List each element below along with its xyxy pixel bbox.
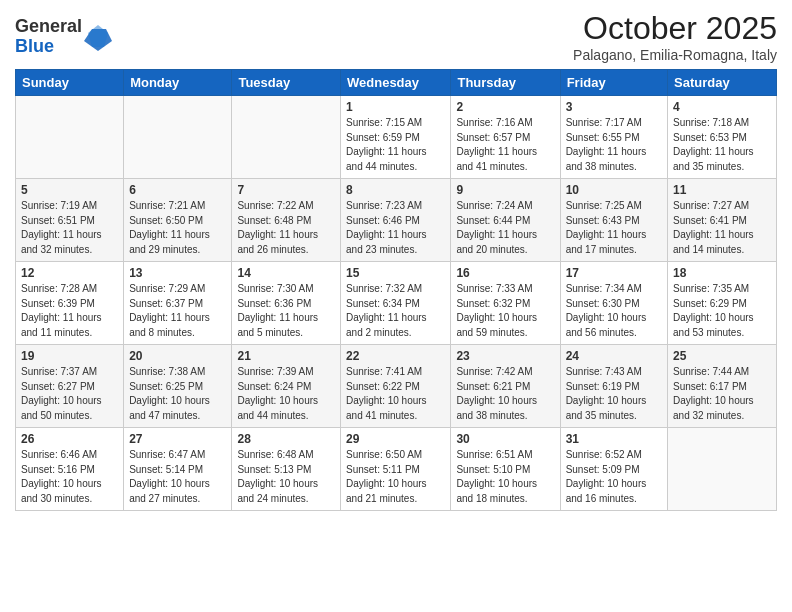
table-row: 11Sunrise: 7:27 AM Sunset: 6:41 PM Dayli… xyxy=(668,179,777,262)
page: General Blue October 2025 Palagano, Emil… xyxy=(0,0,792,612)
table-row: 10Sunrise: 7:25 AM Sunset: 6:43 PM Dayli… xyxy=(560,179,667,262)
calendar-week-row: 5Sunrise: 7:19 AM Sunset: 6:51 PM Daylig… xyxy=(16,179,777,262)
calendar-week-row: 19Sunrise: 7:37 AM Sunset: 6:27 PM Dayli… xyxy=(16,345,777,428)
table-row: 27Sunrise: 6:47 AM Sunset: 5:14 PM Dayli… xyxy=(124,428,232,511)
logo-text: General Blue xyxy=(15,17,82,57)
table-row: 15Sunrise: 7:32 AM Sunset: 6:34 PM Dayli… xyxy=(341,262,451,345)
day-info: Sunrise: 7:34 AM Sunset: 6:30 PM Dayligh… xyxy=(566,282,662,340)
day-number: 8 xyxy=(346,183,445,197)
table-row xyxy=(16,96,124,179)
day-info: Sunrise: 7:35 AM Sunset: 6:29 PM Dayligh… xyxy=(673,282,771,340)
calendar-week-row: 26Sunrise: 6:46 AM Sunset: 5:16 PM Dayli… xyxy=(16,428,777,511)
day-info: Sunrise: 6:46 AM Sunset: 5:16 PM Dayligh… xyxy=(21,448,118,506)
table-row: 6Sunrise: 7:21 AM Sunset: 6:50 PM Daylig… xyxy=(124,179,232,262)
col-thursday: Thursday xyxy=(451,70,560,96)
table-row: 31Sunrise: 6:52 AM Sunset: 5:09 PM Dayli… xyxy=(560,428,667,511)
day-number: 15 xyxy=(346,266,445,280)
table-row: 28Sunrise: 6:48 AM Sunset: 5:13 PM Dayli… xyxy=(232,428,341,511)
table-row: 25Sunrise: 7:44 AM Sunset: 6:17 PM Dayli… xyxy=(668,345,777,428)
table-row: 13Sunrise: 7:29 AM Sunset: 6:37 PM Dayli… xyxy=(124,262,232,345)
col-tuesday: Tuesday xyxy=(232,70,341,96)
day-info: Sunrise: 7:29 AM Sunset: 6:37 PM Dayligh… xyxy=(129,282,226,340)
day-info: Sunrise: 6:52 AM Sunset: 5:09 PM Dayligh… xyxy=(566,448,662,506)
day-number: 5 xyxy=(21,183,118,197)
day-info: Sunrise: 7:30 AM Sunset: 6:36 PM Dayligh… xyxy=(237,282,335,340)
table-row: 9Sunrise: 7:24 AM Sunset: 6:44 PM Daylig… xyxy=(451,179,560,262)
day-info: Sunrise: 7:43 AM Sunset: 6:19 PM Dayligh… xyxy=(566,365,662,423)
day-info: Sunrise: 7:25 AM Sunset: 6:43 PM Dayligh… xyxy=(566,199,662,257)
day-info: Sunrise: 7:33 AM Sunset: 6:32 PM Dayligh… xyxy=(456,282,554,340)
calendar-week-row: 1Sunrise: 7:15 AM Sunset: 6:59 PM Daylig… xyxy=(16,96,777,179)
day-info: Sunrise: 7:15 AM Sunset: 6:59 PM Dayligh… xyxy=(346,116,445,174)
day-number: 2 xyxy=(456,100,554,114)
table-row: 14Sunrise: 7:30 AM Sunset: 6:36 PM Dayli… xyxy=(232,262,341,345)
col-saturday: Saturday xyxy=(668,70,777,96)
table-row: 16Sunrise: 7:33 AM Sunset: 6:32 PM Dayli… xyxy=(451,262,560,345)
table-row xyxy=(668,428,777,511)
day-info: Sunrise: 6:47 AM Sunset: 5:14 PM Dayligh… xyxy=(129,448,226,506)
col-wednesday: Wednesday xyxy=(341,70,451,96)
table-row xyxy=(124,96,232,179)
table-row: 5Sunrise: 7:19 AM Sunset: 6:51 PM Daylig… xyxy=(16,179,124,262)
calendar-week-row: 12Sunrise: 7:28 AM Sunset: 6:39 PM Dayli… xyxy=(16,262,777,345)
day-info: Sunrise: 7:39 AM Sunset: 6:24 PM Dayligh… xyxy=(237,365,335,423)
day-info: Sunrise: 7:28 AM Sunset: 6:39 PM Dayligh… xyxy=(21,282,118,340)
day-info: Sunrise: 7:32 AM Sunset: 6:34 PM Dayligh… xyxy=(346,282,445,340)
day-info: Sunrise: 7:18 AM Sunset: 6:53 PM Dayligh… xyxy=(673,116,771,174)
day-number: 25 xyxy=(673,349,771,363)
day-number: 9 xyxy=(456,183,554,197)
day-info: Sunrise: 7:24 AM Sunset: 6:44 PM Dayligh… xyxy=(456,199,554,257)
day-info: Sunrise: 6:51 AM Sunset: 5:10 PM Dayligh… xyxy=(456,448,554,506)
table-row: 12Sunrise: 7:28 AM Sunset: 6:39 PM Dayli… xyxy=(16,262,124,345)
day-number: 27 xyxy=(129,432,226,446)
day-number: 24 xyxy=(566,349,662,363)
calendar-table: Sunday Monday Tuesday Wednesday Thursday… xyxy=(15,69,777,511)
day-info: Sunrise: 7:17 AM Sunset: 6:55 PM Dayligh… xyxy=(566,116,662,174)
day-number: 14 xyxy=(237,266,335,280)
logo-icon xyxy=(84,23,112,51)
day-number: 30 xyxy=(456,432,554,446)
day-number: 12 xyxy=(21,266,118,280)
logo-blue: Blue xyxy=(15,36,54,56)
day-info: Sunrise: 7:19 AM Sunset: 6:51 PM Dayligh… xyxy=(21,199,118,257)
table-row: 7Sunrise: 7:22 AM Sunset: 6:48 PM Daylig… xyxy=(232,179,341,262)
day-info: Sunrise: 7:21 AM Sunset: 6:50 PM Dayligh… xyxy=(129,199,226,257)
table-row: 4Sunrise: 7:18 AM Sunset: 6:53 PM Daylig… xyxy=(668,96,777,179)
col-friday: Friday xyxy=(560,70,667,96)
table-row: 17Sunrise: 7:34 AM Sunset: 6:30 PM Dayli… xyxy=(560,262,667,345)
day-info: Sunrise: 6:50 AM Sunset: 5:11 PM Dayligh… xyxy=(346,448,445,506)
day-info: Sunrise: 6:48 AM Sunset: 5:13 PM Dayligh… xyxy=(237,448,335,506)
table-row: 8Sunrise: 7:23 AM Sunset: 6:46 PM Daylig… xyxy=(341,179,451,262)
table-row: 24Sunrise: 7:43 AM Sunset: 6:19 PM Dayli… xyxy=(560,345,667,428)
day-info: Sunrise: 7:22 AM Sunset: 6:48 PM Dayligh… xyxy=(237,199,335,257)
location-title: Palagano, Emilia-Romagna, Italy xyxy=(573,47,777,63)
table-row: 18Sunrise: 7:35 AM Sunset: 6:29 PM Dayli… xyxy=(668,262,777,345)
table-row: 29Sunrise: 6:50 AM Sunset: 5:11 PM Dayli… xyxy=(341,428,451,511)
month-title: October 2025 xyxy=(573,10,777,47)
col-sunday: Sunday xyxy=(16,70,124,96)
day-info: Sunrise: 7:38 AM Sunset: 6:25 PM Dayligh… xyxy=(129,365,226,423)
day-info: Sunrise: 7:23 AM Sunset: 6:46 PM Dayligh… xyxy=(346,199,445,257)
day-number: 16 xyxy=(456,266,554,280)
logo: General Blue xyxy=(15,17,112,57)
table-row: 21Sunrise: 7:39 AM Sunset: 6:24 PM Dayli… xyxy=(232,345,341,428)
table-row: 30Sunrise: 6:51 AM Sunset: 5:10 PM Dayli… xyxy=(451,428,560,511)
day-info: Sunrise: 7:37 AM Sunset: 6:27 PM Dayligh… xyxy=(21,365,118,423)
day-number: 29 xyxy=(346,432,445,446)
day-number: 13 xyxy=(129,266,226,280)
table-row: 22Sunrise: 7:41 AM Sunset: 6:22 PM Dayli… xyxy=(341,345,451,428)
header: General Blue October 2025 Palagano, Emil… xyxy=(15,10,777,63)
table-row: 26Sunrise: 6:46 AM Sunset: 5:16 PM Dayli… xyxy=(16,428,124,511)
day-number: 6 xyxy=(129,183,226,197)
day-number: 28 xyxy=(237,432,335,446)
day-number: 4 xyxy=(673,100,771,114)
table-row: 23Sunrise: 7:42 AM Sunset: 6:21 PM Dayli… xyxy=(451,345,560,428)
day-number: 26 xyxy=(21,432,118,446)
table-row: 2Sunrise: 7:16 AM Sunset: 6:57 PM Daylig… xyxy=(451,96,560,179)
day-number: 19 xyxy=(21,349,118,363)
day-info: Sunrise: 7:27 AM Sunset: 6:41 PM Dayligh… xyxy=(673,199,771,257)
title-block: October 2025 Palagano, Emilia-Romagna, I… xyxy=(573,10,777,63)
table-row: 1Sunrise: 7:15 AM Sunset: 6:59 PM Daylig… xyxy=(341,96,451,179)
day-info: Sunrise: 7:41 AM Sunset: 6:22 PM Dayligh… xyxy=(346,365,445,423)
day-number: 21 xyxy=(237,349,335,363)
